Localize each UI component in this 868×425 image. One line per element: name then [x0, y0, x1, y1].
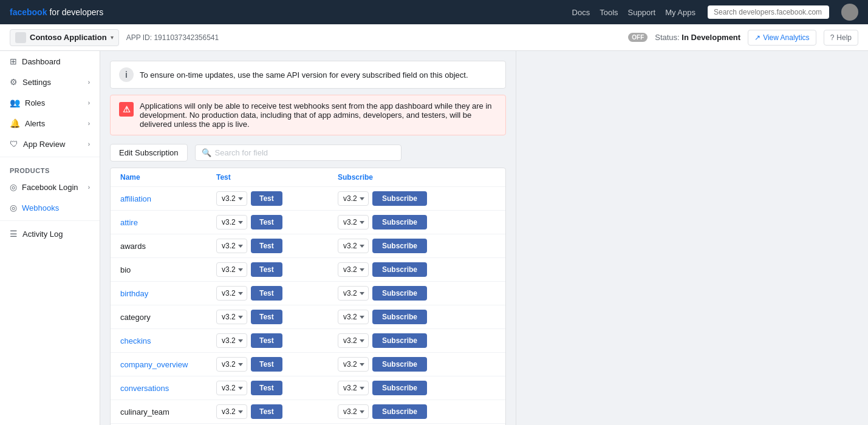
subscribe-version-select[interactable]: v3.2 v3.1 v3.0 — [338, 357, 369, 372]
sidebar-item-facebook-login[interactable]: ◎ Facebook Login › — [0, 177, 100, 197]
test-version-select[interactable]: v3.2 v3.1 v3.0 — [216, 239, 247, 253]
subscribe-version-select[interactable]: v3.2 v3.1 v3.0 — [338, 239, 369, 253]
sidebar-item-alerts[interactable]: 🔔 Alerts › — [0, 113, 100, 134]
nav-tools[interactable]: Tools — [600, 8, 618, 17]
subscribe-button[interactable]: Subscribe — [372, 333, 427, 348]
subscribe-cell: v3.2 v3.1 v3.0 Subscribe — [338, 381, 496, 395]
controls-row: Edit Subscription 🔍 — [110, 144, 506, 162]
field-name-cell[interactable]: checkins — [120, 336, 216, 345]
warning-banner: ⚠ Applications will only be able to rece… — [110, 95, 506, 135]
global-search-input[interactable] — [708, 5, 829, 19]
info-icon: i — [119, 67, 134, 82]
sidebar-item-roles[interactable]: 👥 Roles › — [0, 92, 100, 113]
field-search-container: 🔍 — [195, 144, 402, 161]
test-version-select[interactable]: v3.2 v3.1 v3.0 — [216, 381, 247, 395]
subscribe-version-select[interactable]: v3.2 v3.1 v3.0 — [338, 286, 369, 301]
status-toggle[interactable]: OFF — [628, 33, 648, 42]
subscribe-button[interactable]: Subscribe — [372, 404, 427, 419]
info-banner-text: To ensure on-time updates, use the same … — [140, 70, 468, 80]
field-name-cell: bio — [120, 265, 216, 274]
test-button[interactable]: Test — [251, 333, 282, 348]
test-button[interactable]: Test — [251, 215, 282, 229]
sidebar-label-alerts: Alerts — [25, 119, 45, 128]
test-cell: v3.2 v3.1 v3.0 Test — [216, 381, 338, 395]
sidebar-item-settings[interactable]: ⚙ Settings › — [0, 72, 100, 92]
test-button[interactable]: Test — [251, 191, 282, 206]
sidebar-item-app-review[interactable]: 🛡 App Review › — [0, 134, 100, 154]
test-version-select[interactable]: v3.2 v3.1 v3.0 — [216, 262, 247, 277]
sidebar-item-dashboard[interactable]: ⊞ Dashboard — [0, 51, 100, 72]
test-cell: v3.2 v3.1 v3.0 Test — [216, 215, 338, 229]
subscribe-button[interactable]: Subscribe — [372, 310, 427, 324]
subscribe-version-select[interactable]: v3.2 v3.1 v3.0 — [338, 215, 369, 229]
subscribe-version-select[interactable]: v3.2 v3.1 v3.0 — [338, 381, 369, 395]
test-button[interactable]: Test — [251, 310, 282, 324]
field-name-cell: awards — [120, 242, 216, 251]
app-bar: Contoso Application ▾ APP ID: 1911037342… — [0, 24, 868, 51]
test-button[interactable]: Test — [251, 404, 282, 419]
subscribe-cell: v3.2 v3.1 v3.0 Subscribe — [338, 404, 496, 419]
table-row: birthday v3.2 v3.1 v3.0 Test v3.2 v3.1 v… — [111, 282, 505, 305]
subscribe-version-select[interactable]: v3.2 v3.1 v3.0 — [338, 333, 369, 348]
subscribe-version-select[interactable]: v3.2 v3.1 v3.0 — [338, 262, 369, 277]
webhooks-table: Name Test Subscribe affiliation v3.2 v3.… — [110, 168, 506, 425]
settings-icon: ⚙ — [10, 77, 18, 87]
table-row: culinary_team v3.2 v3.1 v3.0 Test v3.2 v… — [111, 400, 505, 424]
test-version-select[interactable]: v3.2 v3.1 v3.0 — [216, 310, 247, 324]
test-version-select[interactable]: v3.2 v3.1 v3.0 — [216, 286, 247, 301]
test-version-select[interactable]: v3.2 v3.1 v3.0 — [216, 357, 247, 372]
field-name-cell[interactable]: conversations — [120, 384, 216, 393]
subscribe-button[interactable]: Subscribe — [372, 215, 427, 229]
subscribe-button[interactable]: Subscribe — [372, 262, 427, 277]
subscribe-button[interactable]: Subscribe — [372, 239, 427, 253]
analytics-icon: ↗ — [754, 33, 760, 42]
roles-icon: 👥 — [10, 98, 20, 107]
subscribe-button[interactable]: Subscribe — [372, 191, 427, 206]
field-name-cell[interactable]: company_overview — [120, 360, 216, 369]
test-button[interactable]: Test — [251, 357, 282, 372]
sidebar-item-webhooks[interactable]: ◎ Webhooks — [0, 197, 100, 218]
test-cell: v3.2 v3.1 v3.0 Test — [216, 404, 338, 419]
edit-subscription-button[interactable]: Edit Subscription — [110, 144, 188, 162]
app-selector[interactable]: Contoso Application ▾ — [10, 29, 119, 46]
test-button[interactable]: Test — [251, 239, 282, 253]
subscribe-button[interactable]: Subscribe — [372, 381, 427, 395]
test-button[interactable]: Test — [251, 381, 282, 395]
app-review-icon: 🛡 — [10, 139, 18, 149]
user-avatar[interactable] — [841, 4, 858, 21]
app-icon — [15, 32, 26, 43]
sidebar-label-activity-log: Activity Log — [22, 229, 63, 239]
field-name-cell[interactable]: attire — [120, 218, 216, 227]
test-version-select[interactable]: v3.2 v3.1 v3.0 — [216, 333, 247, 348]
main-content: i To ensure on-time updates, use the sam… — [100, 51, 516, 425]
sidebar-label-app-review: App Review — [23, 140, 65, 149]
webhooks-icon: ◎ — [10, 203, 17, 212]
subscribe-button[interactable]: Subscribe — [372, 357, 427, 372]
subscribe-cell: v3.2 v3.1 v3.0 Subscribe — [338, 310, 496, 324]
subscribe-button[interactable]: Subscribe — [372, 286, 427, 301]
test-version-select[interactable]: v3.2 v3.1 v3.0 — [216, 215, 247, 229]
sidebar-item-activity-log[interactable]: ☰ Activity Log — [0, 223, 100, 244]
nav-my-apps[interactable]: My Apps — [665, 8, 695, 17]
help-button[interactable]: ? Help — [824, 30, 858, 46]
nav-docs[interactable]: Docs — [572, 8, 590, 17]
test-version-select[interactable]: v3.2 v3.1 v3.0 — [216, 404, 247, 419]
test-button[interactable]: Test — [251, 286, 282, 301]
sidebar-label-roles: Roles — [25, 98, 45, 107]
field-search-input[interactable] — [215, 148, 395, 157]
subscribe-version-select[interactable]: v3.2 v3.1 v3.0 — [338, 310, 369, 324]
subscribe-version-select[interactable]: v3.2 v3.1 v3.0 — [338, 191, 369, 206]
facebook-login-icon: ◎ — [10, 182, 17, 192]
table-row: company_overview v3.2 v3.1 v3.0 Test v3.… — [111, 353, 505, 376]
test-version-select[interactable]: v3.2 v3.1 v3.0 — [216, 191, 247, 206]
help-icon: ? — [830, 33, 835, 42]
nav-support[interactable]: Support — [628, 8, 656, 17]
field-name-cell[interactable]: birthday — [120, 289, 216, 298]
col-header-subscribe: Subscribe — [338, 173, 496, 182]
view-analytics-button[interactable]: ↗ View Analytics — [748, 30, 816, 46]
test-button[interactable]: Test — [251, 262, 282, 277]
sidebar-label-settings: Settings — [22, 78, 51, 87]
subscribe-cell: v3.2 v3.1 v3.0 Subscribe — [338, 191, 496, 206]
field-name-cell[interactable]: affiliation — [120, 194, 216, 203]
subscribe-version-select[interactable]: v3.2 v3.1 v3.0 — [338, 404, 369, 419]
